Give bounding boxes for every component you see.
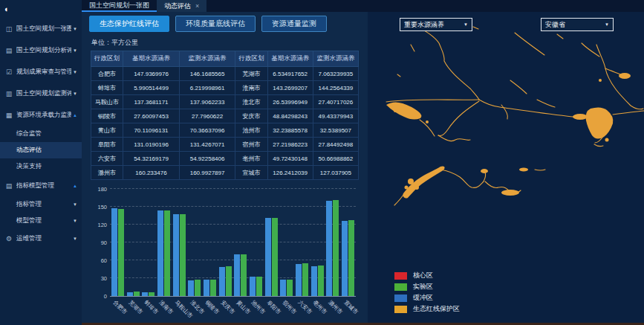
chart-bar[interactable] xyxy=(311,266,317,296)
table-row: 滁州市160.233476160.9927897宣城市126.241203912… xyxy=(91,166,359,180)
sidebar-sub-label: 决策支持 xyxy=(16,162,42,171)
table-cell: 宿州市 xyxy=(235,138,267,152)
table-cell: 137.9062233 xyxy=(179,95,235,109)
chart-x-tick: 阜阳市 xyxy=(264,298,279,324)
chart-bar[interactable] xyxy=(326,201,332,296)
tab-dynamic-assessment[interactable]: 动态评估 × xyxy=(157,0,206,12)
sidebar-item-label: 国土空间规划一张图 xyxy=(16,25,71,33)
table-header-cell: 基期水源涵养 xyxy=(123,51,180,67)
table-cell: 安庆市 xyxy=(235,109,267,123)
table-cell: 27.21986223 xyxy=(267,138,313,152)
chart-bar[interactable] xyxy=(134,292,140,296)
chevron-down-icon: ▼ xyxy=(73,219,77,223)
chart-bar[interactable] xyxy=(210,280,216,296)
sidebar-item-review[interactable]: ☑ 规划成果审查与管理 ▼ xyxy=(0,61,82,83)
chart-bar[interactable] xyxy=(342,221,348,296)
sidebar-item-model-mgmt[interactable]: 模型管理 ▼ xyxy=(0,213,82,229)
sidebar-item-capacity[interactable]: ▦ 资源环境承载力监测预警 ▲ xyxy=(0,104,82,126)
table-cell: 六安市 xyxy=(91,152,123,166)
chart-bar[interactable] xyxy=(265,218,271,296)
chart-bar[interactable] xyxy=(318,266,324,296)
chart-bar[interactable] xyxy=(256,277,262,296)
chart-x-tick: 蚌埠市 xyxy=(140,298,156,324)
chart-bar[interactable] xyxy=(180,214,186,296)
region-select[interactable]: 安徽省 ▼ xyxy=(541,18,614,31)
table-cell: 27.7960622 xyxy=(179,109,235,123)
model-icon: ▤ xyxy=(4,182,13,190)
map-icon: ◫ xyxy=(4,25,13,33)
chart-bar[interactable] xyxy=(149,292,155,296)
sidebar-item-dynamic-assessment[interactable]: 动态评估 xyxy=(0,142,82,158)
indicator-select[interactable]: 重要水源涵养 ▼ xyxy=(400,18,472,31)
chart-bar[interactable] xyxy=(157,210,163,296)
chart-bar[interactable] xyxy=(287,280,293,296)
chart-bar[interactable] xyxy=(195,280,201,296)
chart-bar[interactable] xyxy=(164,210,170,296)
chart-bar-group xyxy=(140,189,156,296)
chart-bar[interactable] xyxy=(173,214,179,296)
chart-bar[interactable] xyxy=(111,208,117,296)
sidebar-item-indicator-model-mgmt[interactable]: ▤ 指标模型管理 ▲ xyxy=(0,175,82,196)
chart-bar[interactable] xyxy=(127,292,133,296)
chart-bar[interactable] xyxy=(250,277,256,296)
chart-x-tick: 滁州市 xyxy=(325,298,341,324)
table-row: 合肥市147.9369976146.1685565芜湖市6.5349176527… xyxy=(91,67,359,81)
sidebar-item-decision-support[interactable]: 决策支持 xyxy=(0,158,82,175)
chart-bar-group xyxy=(126,189,141,296)
chart-bar[interactable] xyxy=(296,264,302,296)
chart-bar-group xyxy=(279,189,295,296)
table-row: 黄山市70.1109613170.36637096池州市32.238855783… xyxy=(91,123,359,138)
chart-bar[interactable] xyxy=(142,292,148,296)
sidebar-item-indicator-mgmt[interactable]: 指标管理 ▼ xyxy=(0,196,82,213)
chart-x-tick: 安庆市 xyxy=(218,298,233,324)
table-cell: 合肥市 xyxy=(91,67,123,81)
tab-one-map[interactable]: 国土空间规划一张图 xyxy=(82,0,157,12)
chart-bar[interactable] xyxy=(118,209,124,296)
ecology-map[interactable] xyxy=(368,12,644,277)
chart-bar[interactable] xyxy=(234,254,240,296)
chart-y-tick-label: 120 xyxy=(97,222,107,228)
chart-bar[interactable] xyxy=(280,280,286,296)
monitor-icon: ▥ xyxy=(4,90,13,97)
sidebar-item-comprehensive-supervision[interactable]: 综合监管 xyxy=(0,126,82,142)
sidebar-item-analysis[interactable]: ▤ 国土空间规划分析评价 ▼ xyxy=(0,39,82,61)
chart-bar[interactable] xyxy=(348,220,354,296)
chart-bar[interactable] xyxy=(226,266,232,296)
left-pane: 生态保护红线评估 环境质量底线评估 资源通量监测 单位：平方公里 行政区划基期水… xyxy=(82,12,368,325)
chart-x-tick: 池州市 xyxy=(248,298,264,324)
sidebar-item-label: 国土空间规划分析评价 xyxy=(16,46,71,55)
table-cell: 131.4267071 xyxy=(179,138,235,152)
sidebar-sub-label: 指标管理 xyxy=(16,200,42,209)
chart-x-axis-labels: 合肥市芜湖市蚌埠市淮南市马鞍山市淮北市铜陵市安庆市黄山市池州市阜阳市宿州市六安市… xyxy=(110,298,356,324)
chart-y-tick-label: 60 xyxy=(101,257,107,264)
map-legend-label: 核心区 xyxy=(413,271,433,280)
chevron-down-icon: ▼ xyxy=(464,22,468,27)
table-row: 铜陵市27.6009745327.7960622安庆市48.8429824349… xyxy=(91,109,359,123)
close-icon[interactable]: × xyxy=(195,2,199,10)
legend-swatch xyxy=(394,283,407,291)
eco-redline-assessment-button[interactable]: 生态保护红线评估 xyxy=(89,16,169,32)
chart-bar[interactable] xyxy=(219,267,225,296)
table-cell: 阜阳市 xyxy=(91,138,123,152)
table-cell: 32.5389507 xyxy=(313,123,358,138)
chart-bar[interactable] xyxy=(302,263,308,296)
chart-bar-group xyxy=(264,189,279,296)
chart-bar[interactable] xyxy=(188,280,194,296)
chart-bar[interactable] xyxy=(241,254,247,296)
legend-swatch xyxy=(394,306,407,313)
sidebar-item-monitor-warning[interactable]: ▥ 国土空间规划监测评估预警 ▼ xyxy=(0,83,82,104)
analysis-icon: ▤ xyxy=(4,47,13,54)
chart-bar[interactable] xyxy=(204,280,209,296)
table-cell: 27.84492498 xyxy=(313,138,358,152)
sidebar-collapse-button[interactable]: ◐ xyxy=(0,3,82,18)
sidebar-item-ops-mgmt[interactable]: ⚙ 运维管理 ▼ xyxy=(0,229,82,248)
chart-bar[interactable] xyxy=(272,218,278,296)
map-protected-areas xyxy=(386,73,631,199)
chart-bar[interactable] xyxy=(333,200,339,296)
sidebar-item-one-map[interactable]: ◫ 国土空间规划一张图 ▼ xyxy=(0,18,82,39)
chevron-up-icon: ▲ xyxy=(73,184,77,188)
table-cell: 6.534917652 xyxy=(267,67,313,81)
resource-flux-monitor-button[interactable]: 资源通量监测 xyxy=(261,16,327,32)
env-quality-baseline-button[interactable]: 环境质量底线评估 xyxy=(175,16,256,32)
table-cell: 铜陵市 xyxy=(91,109,123,123)
